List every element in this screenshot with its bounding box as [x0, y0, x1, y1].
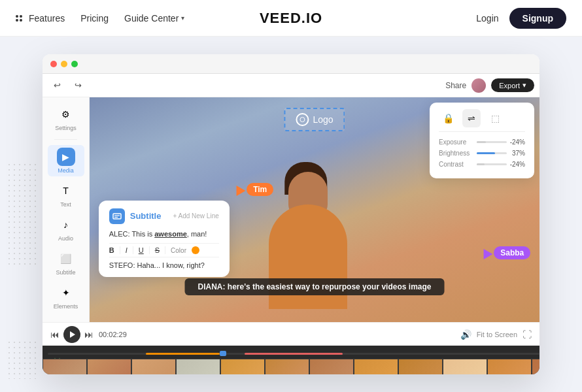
play-pause-button[interactable] — [63, 326, 80, 343]
subtitle-line-1: ALEC: This is awesome, man! — [109, 229, 219, 239]
media-icon: ▶ — [57, 148, 75, 166]
brightness-value: 37% — [507, 150, 525, 157]
text-label: Text — [60, 201, 71, 208]
editor-toolbar: ↩ ↪ Share Export ▾ — [43, 74, 539, 97]
brightness-label: Brightness — [439, 150, 477, 157]
share-button[interactable]: Share — [445, 81, 466, 90]
nav-left: Features Pricing Guide Center ▾ — [16, 13, 184, 24]
dot-pattern-bottom-left — [7, 340, 39, 379]
tim-bubble: Tim — [233, 183, 273, 196]
contrast-slider[interactable] — [477, 163, 507, 165]
subtitle-line-2: STEFO: Haha... I know, right? — [109, 261, 219, 269]
sidebar-item-audio[interactable]: ♪ Audio — [48, 213, 84, 244]
settings-label: Settings — [55, 125, 77, 131]
elements-label: Elements — [54, 303, 78, 310]
sidebar-item-text[interactable]: T Text — [48, 179, 84, 210]
logo-inner-circle — [300, 117, 305, 122]
settings-icon: ⚙ — [57, 105, 75, 123]
subtitle-svg-icon — [112, 212, 122, 221]
adj-tab-sliders[interactable]: ⇌ — [462, 109, 481, 127]
tim-cursor-icon — [232, 183, 246, 196]
nav-features-link[interactable]: Features — [16, 13, 65, 24]
italic-button[interactable]: I — [126, 246, 128, 254]
subtitle-text: DIANA: here's the easiest way to repurpo… — [198, 282, 432, 291]
timeline[interactable]: Origin Finger — [43, 346, 539, 374]
bold-button[interactable]: B — [109, 246, 114, 254]
navbar: Features Pricing Guide Center ▾ VEED.IO … — [0, 0, 582, 37]
subtitle-card: Subtitle + Add New Line ALEC: This is aw… — [99, 201, 230, 277]
guide-label: Guide Center — [124, 13, 179, 24]
toolbar-left: ↩ ↪ — [48, 76, 87, 95]
sidebar-divider — [54, 139, 78, 140]
nav-right: Login Signup — [476, 8, 566, 29]
film-frame-6 — [265, 359, 309, 374]
red-clip — [245, 353, 343, 355]
fit-screen-button[interactable]: Fit to Screen — [477, 331, 517, 338]
film-frame-11 — [487, 359, 532, 374]
sidebar-item-settings[interactable]: ⚙ Settings — [48, 103, 84, 134]
adj-tab-crop[interactable]: ⬚ — [486, 109, 504, 127]
grid-icon — [16, 15, 25, 22]
color-label: Color — [171, 247, 186, 254]
format-separator-4 — [165, 246, 165, 254]
brightness-fill — [477, 152, 495, 154]
main-content: ↩ ↪ Share Export ▾ ⚙ Settings — [0, 37, 582, 392]
skip-back-button[interactable]: ⏮ — [50, 329, 60, 340]
film-frame-4 — [176, 359, 220, 374]
color-picker[interactable] — [192, 246, 199, 254]
pricing-link[interactable]: Pricing — [80, 13, 109, 24]
play-controls-group: ⏮ ⏭ — [50, 326, 94, 343]
elements-icon: ✦ — [57, 284, 75, 302]
exposure-slider[interactable] — [477, 141, 507, 143]
toolbar-right: Share Export ▾ — [445, 78, 534, 93]
adj-tab-lock[interactable]: 🔒 — [439, 109, 457, 127]
format-separator-2 — [133, 246, 133, 254]
add-new-line-button[interactable]: + Add New Line — [173, 212, 218, 220]
film-frame-8 — [354, 359, 398, 374]
volume-button[interactable]: 🔊 — [460, 329, 471, 340]
brightness-slider[interactable] — [477, 152, 507, 154]
undo-button[interactable]: ↩ — [48, 76, 66, 95]
adj-tabs: 🔒 ⇌ ⬚ — [439, 109, 525, 132]
redo-button[interactable]: ↪ — [69, 76, 87, 95]
media-label: Media — [58, 167, 74, 174]
export-button[interactable]: Export ▾ — [491, 78, 534, 92]
tim-name-badge: Tim — [247, 183, 273, 196]
login-link[interactable]: Login — [476, 13, 498, 24]
sidebar-item-elements[interactable]: ✦ Elements — [48, 281, 84, 312]
editor-window: ↩ ↪ Share Export ▾ ⚙ Settings — [43, 54, 539, 374]
window-maximize-dot[interactable] — [71, 61, 78, 67]
user-avatar — [471, 78, 486, 93]
play-icon — [70, 331, 75, 338]
logo-element[interactable]: Logo — [284, 108, 345, 131]
film-frame-3 — [131, 359, 176, 374]
strikethrough-button[interactable]: S — [155, 246, 160, 254]
format-separator-1 — [120, 246, 120, 254]
controls-right: 🔊 Fit to Screen ⛶ — [460, 329, 532, 340]
window-minimize-dot[interactable] — [61, 61, 67, 67]
film-frame-10 — [443, 359, 487, 374]
video-area: Logo Tim Sabba DIANA: here's the eas — [90, 97, 539, 322]
chevron-down-icon: ▾ — [181, 14, 184, 22]
film-frame-9 — [398, 359, 443, 374]
site-logo[interactable]: VEED.IO — [260, 10, 322, 27]
filmstrip — [43, 359, 539, 374]
window-close-dot[interactable] — [50, 61, 57, 67]
guide-center-link[interactable]: Guide Center ▾ — [124, 13, 184, 24]
sidebar-item-subtitle[interactable]: ⬜ Subtitle — [48, 247, 84, 278]
subtitle-format-toolbar: B I U S Color — [109, 243, 219, 257]
film-frame-5 — [220, 359, 265, 374]
exposure-fill — [477, 141, 486, 143]
signup-button[interactable]: Signup — [509, 8, 566, 29]
logo-circle-icon — [296, 113, 309, 126]
adjustments-panel: 🔒 ⇌ ⬚ Exposure -24% Brightness — [430, 103, 534, 178]
underline-button[interactable]: U — [139, 246, 144, 254]
orange-clip — [146, 353, 220, 355]
film-frame-2 — [87, 359, 131, 374]
fullscreen-button[interactable]: ⛶ — [522, 329, 532, 340]
audio-label: Audio — [58, 235, 73, 242]
sidebar-item-media[interactable]: ▶ Media — [48, 145, 84, 176]
subtitle-card-title: Subtitle — [130, 211, 162, 221]
film-frame-1 — [43, 359, 87, 374]
skip-forward-button[interactable]: ⏭ — [84, 329, 94, 340]
